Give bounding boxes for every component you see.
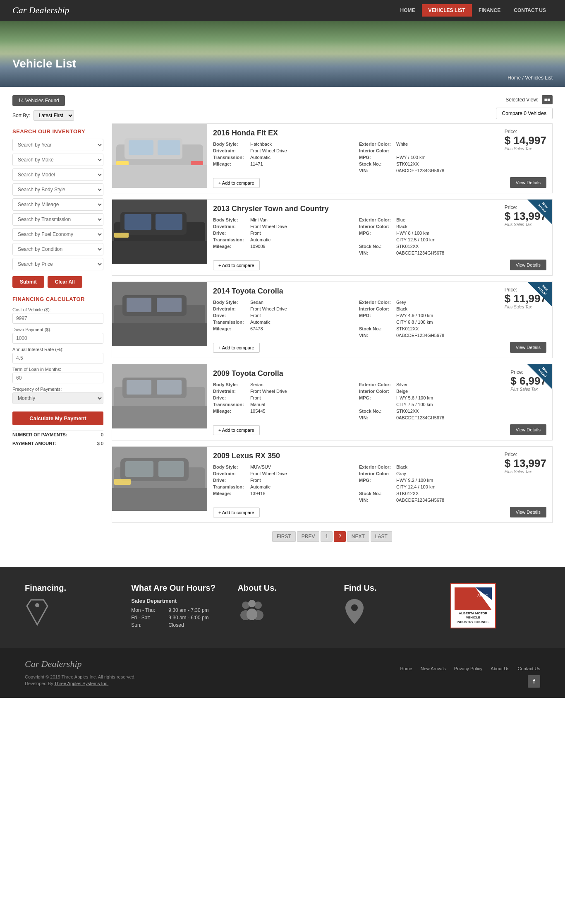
add-compare-btn-4[interactable]: + Add to compare: [213, 425, 260, 435]
page-prev[interactable]: PREV: [297, 531, 320, 542]
footer-amvic: AMVIC ALBERTA MOTOR VEHICLEINDUSTRY COUN…: [450, 583, 540, 628]
pagination: FIRST PREV 1 2 NEXT LAST: [112, 531, 553, 542]
filter-condition[interactable]: Search by Condition: [12, 243, 103, 255]
view-details-btn-4[interactable]: View Details: [510, 424, 546, 435]
clear-button[interactable]: Clear All: [48, 276, 82, 288]
svg-rect-26: [127, 298, 151, 312]
price-amount-1: $ 14,997: [505, 135, 546, 147]
vehicle-specs-1: Body Style:Hatchback Drivetrain:Front Wh…: [213, 142, 493, 175]
price-tax-1: Plus Sales Tax: [505, 147, 546, 151]
nav-vehicles-list[interactable]: VEHICLES LIST: [422, 4, 472, 17]
add-compare-btn-1[interactable]: + Add to compare: [213, 178, 260, 188]
page-first[interactable]: FIRST: [272, 531, 296, 542]
filter-mileage[interactable]: Search by Mileage: [12, 198, 103, 211]
submit-button[interactable]: Submit: [12, 276, 44, 288]
vehicle-title-1: 2016 Honda Fit EX: [213, 129, 493, 137]
calc-down-row: Down Payment ($):: [12, 327, 103, 344]
add-compare-btn-5[interactable]: + Add to compare: [213, 508, 260, 517]
footer-nav-home[interactable]: Home: [400, 666, 412, 671]
spec-mileage-label-1: Mileage:: [213, 161, 250, 166]
spec-col-left-3: Body Style:Sedan Drivetrain:Front Wheel …: [213, 300, 347, 339]
filter-price[interactable]: Search by Price: [12, 258, 103, 270]
main-content: 14 Vehicles Found Sort By: Latest First …: [0, 87, 565, 554]
calc-cost-row: Cost of Vehicle ($):: [12, 307, 103, 324]
footer-nav-new-arrivals[interactable]: New Arrivals: [421, 666, 446, 671]
spec-ext-label-1: Exterior Color:: [359, 142, 396, 147]
footer-info: Financing. What Are Our Hours? Sales Dep…: [0, 567, 565, 648]
spec-trans-label-1: Transmission:: [213, 155, 250, 160]
calculate-button[interactable]: Calculate My Payment: [12, 411, 103, 425]
calc-num-payments-value: 0: [101, 432, 103, 437]
spec-drive-val-1: Front Wheel Drive: [250, 148, 287, 153]
vehicle-specs-3: Body Style:Sedan Drivetrain:Front Wheel …: [213, 300, 493, 339]
site-logo[interactable]: Car Dealership: [12, 5, 69, 16]
page-2[interactable]: 2: [334, 531, 346, 542]
filter-transmission[interactable]: Search by Transmission: [12, 213, 103, 226]
footer-nav-about[interactable]: About Us: [491, 666, 509, 671]
view-details-btn-5[interactable]: View Details: [510, 507, 546, 517]
page-1[interactable]: 1: [321, 531, 333, 542]
calc-cost-input[interactable]: [12, 313, 103, 324]
selected-view-label: Selected View:: [505, 97, 538, 103]
calc-term-row: Term of Loan in Months:: [12, 367, 103, 383]
filter-model[interactable]: Search by Model: [12, 168, 103, 181]
hero-overlay: [0, 47, 565, 87]
spec-mileage-val-1: 11471: [250, 161, 263, 166]
hours-day-1: Fri - Sat:: [131, 615, 160, 621]
calc-rate-input[interactable]: [12, 353, 103, 363]
vehicle-specs-2: Body Style:Mini Van Drivetrain:Front Whe…: [213, 217, 493, 257]
add-compare-btn-2[interactable]: + Add to compare: [213, 260, 260, 270]
sort-select[interactable]: Latest First: [34, 110, 74, 121]
filter-body-style[interactable]: Search by Body Style: [12, 183, 103, 196]
svg-rect-4: [158, 140, 180, 155]
calc-term-label: Term of Loan in Months:: [12, 367, 103, 372]
filter-year[interactable]: Search by Year: [12, 139, 103, 151]
new-arrival-badge-3: NewArrival: [527, 282, 552, 307]
view-details-btn-2[interactable]: View Details: [510, 260, 546, 270]
hero-section: Vehicle List Home / Vehicles List: [0, 21, 565, 87]
spec-col-left-4: Body Style:Sedan Drivetrain:Front Wheel …: [213, 382, 347, 422]
spec-ext-val-1: White: [396, 142, 408, 147]
compare-button[interactable]: Compare 0 Vehicles: [496, 108, 553, 119]
calc-num-payments-label: NUMBER OF PAYMENTS:: [12, 432, 67, 437]
footer-nav-privacy[interactable]: Privacy Policy: [454, 666, 482, 671]
footer-developed: Developed By Three Apples Systems Inc.: [25, 681, 136, 686]
footer-bottom-inner: Car Dealership Copyright © 2019 Three Ap…: [25, 659, 540, 688]
hours-day-2: Sun:: [131, 622, 160, 628]
people-icon: [237, 598, 327, 628]
view-details-btn-3[interactable]: View Details: [510, 342, 546, 353]
spec-int-label-1: Interior Color:: [359, 148, 396, 153]
nav-home[interactable]: HOME: [394, 4, 422, 17]
grid-view-icon[interactable]: ■■: [542, 95, 553, 104]
page-last[interactable]: LAST: [371, 531, 392, 542]
spec-vin-val-1: 0ABCDEF1234GH5678: [396, 168, 444, 173]
calc-frequency-select[interactable]: Monthly: [12, 392, 103, 404]
facebook-icon[interactable]: f: [528, 675, 540, 688]
footer-find: Find Us.: [344, 583, 434, 630]
footer-find-title: Find Us.: [344, 583, 434, 593]
calc-term-input[interactable]: [12, 373, 103, 383]
hours-row-2: Sun: Closed: [131, 622, 221, 628]
page-next[interactable]: NEXT: [347, 531, 369, 542]
footer-dev-link[interactable]: Three Apples Systems Inc.: [54, 681, 108, 686]
footer-hours: What Are Our Hours? Sales Department Mon…: [131, 583, 221, 630]
price-tax-5: Plus Sales Tax: [505, 469, 546, 474]
nav-contact[interactable]: CONTACT US: [507, 4, 553, 17]
filter-make[interactable]: Search by Make: [12, 154, 103, 166]
vehicles-content: Selected View: ■■ Compare 0 Vehicles: [112, 95, 553, 546]
footer-nav-contact[interactable]: Contact Us: [518, 666, 540, 671]
spec-mpg-hwy-1: HWY / 100 km: [396, 155, 426, 160]
hours-table: Mon - Thu: 9:30 am - 7:30 pm Fri - Sat: …: [131, 607, 221, 628]
svg-point-59: [248, 600, 256, 607]
svg-rect-36: [127, 380, 151, 395]
spec-vin-label-1: VIN:: [359, 168, 396, 173]
spec-body-val-1: Hatchback: [250, 142, 272, 147]
spec-body-label-1: Body Style:: [213, 142, 250, 147]
view-details-btn-1[interactable]: View Details: [510, 177, 546, 188]
spec-drive-label-1: Drivetrain:: [213, 148, 250, 153]
calc-down-input[interactable]: [12, 333, 103, 344]
nav-finance[interactable]: FINANCE: [472, 4, 507, 17]
add-compare-btn-3[interactable]: + Add to compare: [213, 343, 260, 353]
breadcrumb-home[interactable]: Home: [508, 75, 521, 81]
filter-fuel-economy[interactable]: Search by Fuel Economy: [12, 228, 103, 241]
